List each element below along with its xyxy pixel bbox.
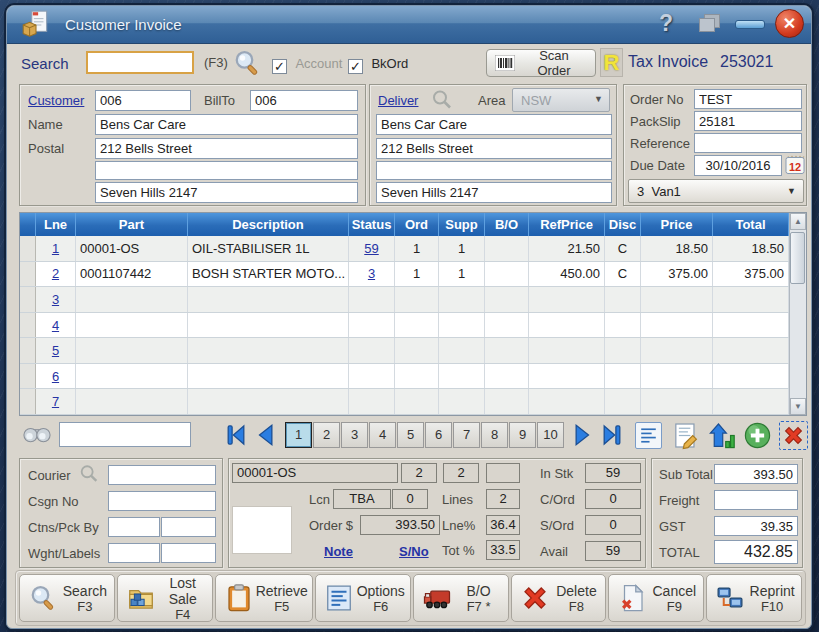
courier-input[interactable] bbox=[108, 465, 216, 485]
row-selector-cell[interactable] bbox=[20, 262, 36, 287]
col-header-supp[interactable]: Supp bbox=[439, 213, 485, 236]
wght-input-2[interactable] bbox=[161, 543, 216, 563]
grid-row[interactable]: 3 bbox=[20, 287, 789, 313]
col-header-disc[interactable]: Disc bbox=[605, 213, 641, 236]
page-button-4[interactable]: 4 bbox=[369, 422, 396, 448]
ctns-input-2[interactable] bbox=[161, 517, 216, 537]
calendar-icon[interactable]: 12 bbox=[784, 153, 806, 176]
customer-link[interactable]: Customer bbox=[28, 93, 84, 108]
col-header-refprice[interactable]: RefPrice bbox=[529, 213, 605, 236]
grid-row[interactable]: 100001-OSOIL-STABILISER 1L591121.50C18.5… bbox=[20, 236, 789, 262]
deliver-link[interactable]: Deliver bbox=[378, 93, 418, 108]
lne-link[interactable]: 3 bbox=[52, 292, 59, 307]
bkord-checkbox[interactable]: ✓ BkOrd bbox=[348, 54, 408, 74]
col-header-description[interactable]: Description bbox=[188, 213, 349, 236]
customer-code-input[interactable] bbox=[95, 90, 191, 111]
col-header-status[interactable]: Status bbox=[349, 213, 395, 236]
serial-no-link[interactable]: S/No bbox=[399, 544, 429, 559]
lost-sale-button[interactable]: Lost SaleF4 bbox=[117, 574, 213, 622]
search-input[interactable] bbox=[86, 51, 194, 74]
reprint-button[interactable]: ReprintF10 bbox=[706, 574, 802, 622]
scan-order-button[interactable]: Scan Order bbox=[486, 49, 596, 77]
freight-field[interactable] bbox=[714, 490, 798, 510]
grid-row[interactable]: 6 bbox=[20, 364, 789, 390]
grid-find-input[interactable] bbox=[59, 422, 191, 447]
first-page-icon[interactable] bbox=[223, 422, 249, 448]
lne-link[interactable]: 1 bbox=[52, 241, 59, 256]
note-link[interactable]: Note bbox=[324, 544, 353, 559]
search-magnifier-icon[interactable] bbox=[232, 48, 262, 78]
page-button-5[interactable]: 5 bbox=[397, 422, 424, 448]
customer-address1-input[interactable] bbox=[95, 138, 358, 159]
courier-magnifier-icon[interactable] bbox=[78, 463, 100, 485]
grid-row[interactable]: 20001107442BOSH STARTER MOTO...311450.00… bbox=[20, 262, 789, 288]
page-button-10[interactable]: 10 bbox=[537, 422, 564, 448]
last-page-icon[interactable] bbox=[599, 422, 625, 448]
page-button-1[interactable]: 1 bbox=[285, 422, 312, 448]
cell-lne[interactable]: 7 bbox=[36, 389, 76, 414]
row-selector-cell[interactable] bbox=[20, 389, 36, 414]
grid-row[interactable]: 4 bbox=[20, 313, 789, 339]
account-checkbox-box[interactable]: ✓ bbox=[272, 59, 287, 74]
grid-row[interactable]: 5 bbox=[20, 338, 789, 364]
add-line-icon[interactable] bbox=[743, 421, 772, 450]
lne-link[interactable]: 6 bbox=[52, 369, 59, 384]
col-header-part[interactable]: Part bbox=[76, 213, 188, 236]
row-selector-cell[interactable] bbox=[20, 313, 36, 338]
bkord-checkbox-box[interactable]: ✓ bbox=[348, 59, 363, 74]
cell-lne[interactable]: 6 bbox=[36, 364, 76, 389]
cancel-button[interactable]: CancelF9 bbox=[608, 574, 704, 622]
subtotal-field[interactable] bbox=[714, 464, 798, 484]
col-header-lne[interactable]: Lne bbox=[36, 213, 76, 236]
cell-lne[interactable]: 5 bbox=[36, 338, 76, 363]
row-selector-cell[interactable] bbox=[20, 287, 36, 312]
reference-input[interactable] bbox=[694, 133, 802, 153]
lne-link[interactable]: 7 bbox=[52, 394, 59, 409]
help-icon[interactable]: ? bbox=[659, 10, 673, 37]
cancel-line-icon[interactable] bbox=[779, 421, 808, 450]
grid-row[interactable]: 7 bbox=[20, 389, 789, 415]
search-button[interactable]: SearchF3 bbox=[19, 574, 115, 622]
total-field[interactable] bbox=[714, 540, 798, 564]
retrieve-button[interactable]: RetrieveF5 bbox=[215, 574, 313, 622]
col-header-selector[interactable] bbox=[20, 213, 36, 236]
area-dropdown[interactable]: NSW ▼ bbox=[512, 88, 610, 112]
lne-link[interactable]: 2 bbox=[52, 266, 59, 281]
deliver-address2-input[interactable] bbox=[376, 161, 612, 180]
account-checkbox[interactable]: ✓ Account bbox=[272, 54, 342, 74]
prev-page-icon[interactable] bbox=[253, 422, 279, 448]
van-dropdown[interactable]: 3 Van1 ▼ bbox=[628, 179, 804, 203]
wght-input-1[interactable] bbox=[108, 543, 160, 563]
notes-list-icon[interactable] bbox=[635, 422, 662, 449]
deliver-address1-input[interactable] bbox=[376, 138, 612, 159]
scroll-thumb[interactable] bbox=[790, 232, 805, 284]
page-button-7[interactable]: 7 bbox=[453, 422, 480, 448]
b-o-button[interactable]: B/OF7 * bbox=[413, 574, 509, 622]
row-selector-cell[interactable] bbox=[20, 338, 36, 363]
page-button-9[interactable]: 9 bbox=[509, 422, 536, 448]
cell-lne[interactable]: 4 bbox=[36, 313, 76, 338]
packslip-input[interactable] bbox=[694, 111, 802, 131]
page-button-6[interactable]: 6 bbox=[425, 422, 452, 448]
scroll-up-icon[interactable]: ▲ bbox=[790, 213, 806, 230]
col-header-bo[interactable]: B/O bbox=[485, 213, 529, 236]
col-header-total[interactable]: Total bbox=[713, 213, 789, 236]
col-header-price[interactable]: Price bbox=[641, 213, 713, 236]
minimize-icon[interactable] bbox=[735, 20, 765, 29]
edit-line-icon[interactable] bbox=[671, 421, 700, 450]
row-selector-cell[interactable] bbox=[20, 236, 36, 261]
customer-city-input[interactable] bbox=[95, 182, 358, 203]
restore-icon[interactable] bbox=[699, 14, 723, 34]
deliver-magnifier-icon[interactable] bbox=[430, 88, 454, 112]
binoculars-icon[interactable] bbox=[22, 423, 52, 445]
csgn-input[interactable] bbox=[108, 491, 216, 511]
col-header-ord[interactable]: Ord bbox=[395, 213, 439, 236]
deliver-name-input[interactable] bbox=[376, 114, 612, 135]
options-button[interactable]: OptionsF6 bbox=[315, 574, 411, 622]
status-link[interactable]: 59 bbox=[364, 241, 378, 256]
next-page-icon[interactable] bbox=[569, 422, 595, 448]
customer-address2-input[interactable] bbox=[95, 161, 358, 180]
due-date-input[interactable] bbox=[694, 155, 782, 176]
close-icon[interactable]: ✕ bbox=[775, 9, 804, 38]
lne-link[interactable]: 4 bbox=[52, 318, 59, 333]
